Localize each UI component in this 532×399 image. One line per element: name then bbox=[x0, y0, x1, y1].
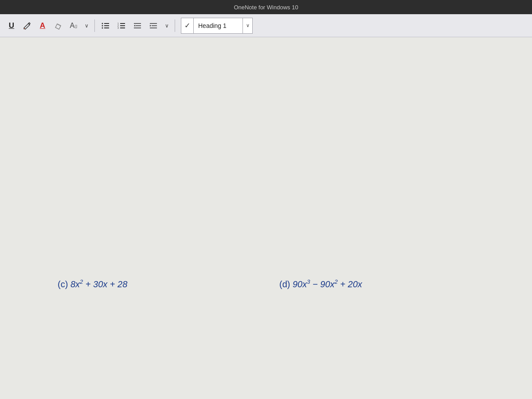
app-title: OneNote for Windows 10 bbox=[234, 4, 298, 11]
paragraph-chevron-button[interactable]: ∨ bbox=[163, 18, 171, 34]
separator-1 bbox=[94, 20, 95, 32]
pencil-icon bbox=[23, 21, 31, 30]
eraser-icon bbox=[54, 21, 63, 30]
numbered-list-icon: 1 2 3 bbox=[117, 21, 126, 30]
eraser-button[interactable] bbox=[51, 18, 65, 34]
underline-button[interactable]: U bbox=[5, 18, 18, 34]
numbered-list-button[interactable]: 1 2 3 bbox=[115, 18, 128, 34]
svg-line-0 bbox=[24, 28, 25, 29]
font-style-button[interactable]: Ag bbox=[67, 18, 80, 34]
item-c-label: (c) bbox=[58, 279, 70, 289]
separator-2 bbox=[175, 20, 175, 32]
increase-indent-button[interactable] bbox=[147, 18, 160, 34]
font-chevron-button[interactable]: ∨ bbox=[82, 18, 90, 34]
math-item-c: (c) 8x2 + 30x + 28 bbox=[58, 278, 127, 289]
draw-button[interactable] bbox=[20, 18, 34, 34]
svg-point-4 bbox=[102, 25, 103, 26]
increase-indent-icon bbox=[149, 21, 158, 30]
style-name-label: Heading 1 bbox=[194, 22, 243, 29]
font-color-button[interactable]: A bbox=[36, 18, 49, 34]
decrease-indent-button[interactable] bbox=[131, 18, 144, 34]
svg-text:3: 3 bbox=[117, 27, 119, 29]
ribbon-bar: U A Ag ∨ bbox=[0, 14, 532, 37]
math-item-d: (d) 90x3 − 90x2 + 20x bbox=[279, 278, 362, 289]
style-dropdown[interactable]: ✓ Heading 1 ∨ bbox=[181, 18, 253, 34]
svg-marker-22 bbox=[150, 25, 151, 27]
style-check: ✓ bbox=[181, 18, 194, 33]
content-area: (c) 8x2 + 30x + 28 (d) 90x3 − 90x2 + 20x bbox=[0, 37, 532, 399]
bullet-list-icon bbox=[101, 21, 110, 30]
decrease-indent-icon bbox=[133, 21, 142, 30]
svg-point-3 bbox=[102, 23, 103, 24]
item-d-label: (d) bbox=[279, 279, 293, 289]
svg-marker-18 bbox=[134, 25, 135, 27]
svg-line-2 bbox=[57, 24, 61, 26]
bullet-list-button[interactable] bbox=[99, 18, 112, 34]
title-bar: OneNote for Windows 10 bbox=[0, 0, 532, 14]
svg-point-5 bbox=[102, 27, 103, 28]
style-chevron-button[interactable]: ∨ bbox=[243, 18, 252, 33]
